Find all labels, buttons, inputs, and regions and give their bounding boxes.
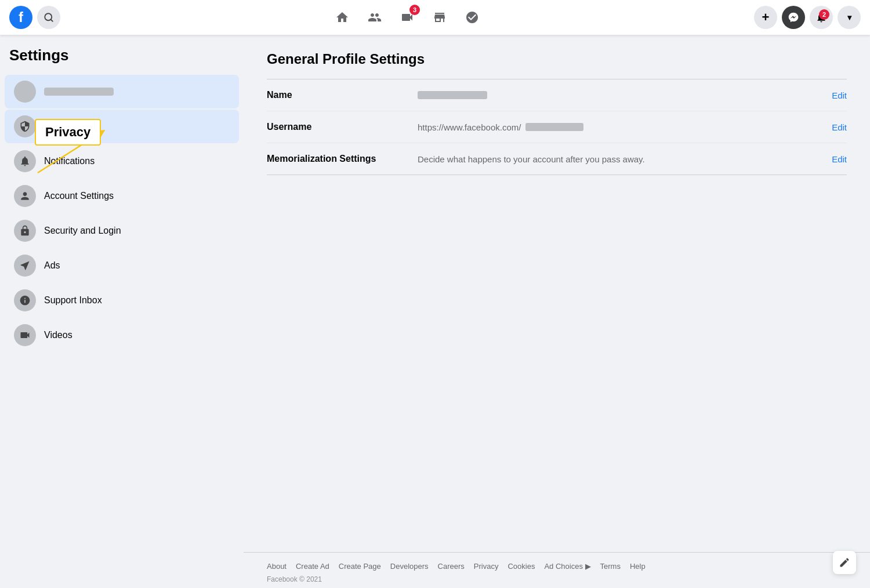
sidebar-item-support-inbox[interactable]: Support Inbox	[5, 284, 239, 317]
home-nav-button[interactable]	[326, 1, 358, 34]
name-value	[418, 91, 832, 99]
footer-create-ad[interactable]: Create Ad	[296, 562, 329, 571]
memorialization-settings-row: Memorialization Settings Decide what hap…	[267, 143, 847, 175]
username-url-prefix: https://www.facebook.com/	[418, 122, 521, 132]
sidebar-item-privacy[interactable]: Privacy	[5, 110, 239, 143]
footer-ad-choices[interactable]: Ad Choices ▶	[544, 562, 590, 571]
content-inner: General Profile Settings Name Edit Usern…	[244, 35, 870, 552]
video-nav-button[interactable]: 3	[391, 1, 423, 34]
memorialization-label: Memorialization Settings	[267, 154, 418, 164]
nav-right: + 2 ▾	[754, 6, 861, 29]
marketplace-nav-button[interactable]	[423, 1, 456, 34]
user-name-blur	[44, 88, 114, 96]
sidebar-user-item[interactable]	[5, 75, 239, 108]
svg-line-1	[50, 19, 52, 21]
name-settings-row: Name Edit	[267, 79, 847, 111]
username-label: Username	[267, 122, 418, 132]
username-blur	[525, 123, 583, 131]
nav-center: 3	[60, 1, 754, 34]
name-label: Name	[267, 90, 418, 100]
sidebar-item-security-login[interactable]: Security and Login	[5, 214, 239, 248]
page-footer: About Create Ad Create Page Developers C…	[244, 552, 870, 588]
sidebar-support-inbox-label: Support Inbox	[44, 295, 102, 306]
search-button[interactable]	[37, 6, 60, 29]
facebook-logo[interactable]: f	[9, 6, 32, 29]
memorialization-value: Decide what happens to your account afte…	[418, 154, 832, 164]
footer-careers[interactable]: Careers	[438, 562, 465, 571]
username-value: https://www.facebook.com/	[418, 122, 832, 132]
footer-cookies[interactable]: Cookies	[507, 562, 535, 571]
footer-about[interactable]: About	[267, 562, 287, 571]
sidebar: Settings Privacy Notifications Account S	[0, 35, 244, 588]
account-dropdown-button[interactable]: ▾	[838, 6, 861, 29]
footer-developers[interactable]: Developers	[390, 562, 429, 571]
footer-links: About Create Ad Create Page Developers C…	[267, 562, 847, 571]
nav-left: f	[9, 6, 60, 29]
sidebar-item-account-settings[interactable]: Account Settings	[5, 179, 239, 213]
sidebar-item-notifications[interactable]: Notifications	[5, 144, 239, 178]
notifications-badge: 2	[819, 9, 829, 20]
footer-create-page[interactable]: Create Page	[339, 562, 381, 571]
sidebar-item-videos[interactable]: Videos	[5, 318, 239, 352]
user-avatar	[14, 81, 36, 103]
create-button[interactable]: +	[754, 6, 777, 29]
footer-copyright: Facebook © 2021	[267, 575, 847, 583]
account-settings-icon	[14, 185, 36, 207]
privacy-icon	[14, 115, 36, 137]
footer-help[interactable]: Help	[630, 562, 646, 571]
notifications-button[interactable]: 2	[810, 6, 833, 29]
notifications-icon	[14, 150, 36, 172]
username-settings-row: Username https://www.facebook.com/ Edit	[267, 111, 847, 143]
divider-bottom	[267, 175, 847, 175]
groups-nav-button[interactable]	[456, 1, 488, 34]
sidebar-notifications-label: Notifications	[44, 156, 95, 166]
top-navigation: f 3 + 2 ▾	[0, 0, 870, 35]
sidebar-security-label: Security and Login	[44, 226, 121, 236]
sidebar-videos-label: Videos	[44, 330, 72, 340]
footer-terms[interactable]: Terms	[600, 562, 621, 571]
sidebar-ads-label: Ads	[44, 260, 60, 271]
sidebar-account-settings-label: Account Settings	[44, 191, 114, 201]
security-icon	[14, 220, 36, 242]
content-area: General Profile Settings Name Edit Usern…	[244, 35, 870, 588]
sidebar-privacy-label: Privacy	[44, 121, 74, 132]
support-inbox-icon	[14, 289, 36, 311]
sidebar-title: Settings	[0, 46, 244, 74]
ads-icon	[14, 255, 36, 277]
messenger-button[interactable]	[782, 6, 805, 29]
sidebar-item-ads[interactable]: Ads	[5, 249, 239, 282]
name-edit-button[interactable]: Edit	[832, 90, 847, 100]
memorialization-edit-button[interactable]: Edit	[832, 154, 847, 164]
footer-privacy[interactable]: Privacy	[474, 562, 499, 571]
username-edit-button[interactable]: Edit	[832, 122, 847, 132]
friends-nav-button[interactable]	[358, 1, 391, 34]
name-blur	[418, 91, 487, 99]
video-badge: 3	[409, 5, 420, 15]
edit-floating-button[interactable]	[833, 551, 856, 574]
videos-icon	[14, 324, 36, 346]
page-title: General Profile Settings	[267, 51, 847, 67]
main-layout: Settings Privacy Notifications Account S	[0, 35, 870, 588]
